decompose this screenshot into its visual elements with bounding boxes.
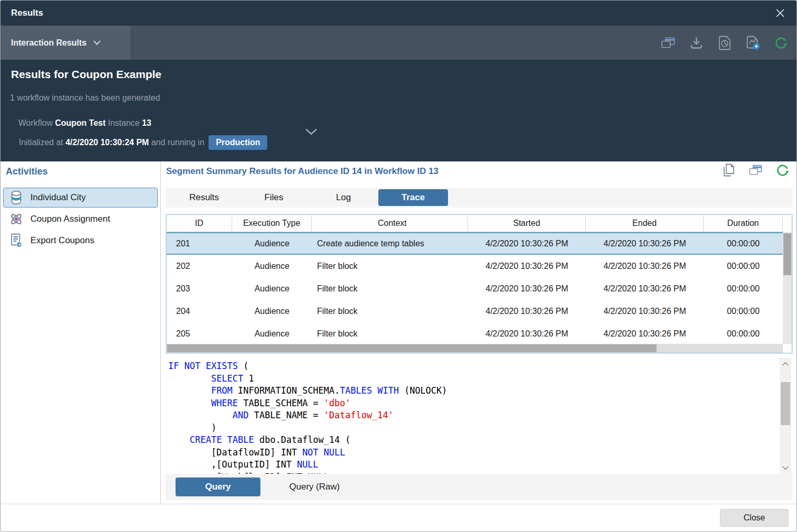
column-header-context[interactable]: Context <box>312 215 468 232</box>
query-tab-query-raw-[interactable]: Query (Raw) <box>289 482 340 492</box>
query-tab-query[interactable]: Query <box>176 477 260 496</box>
sidebar-item-label: Coupon Assignment <box>30 214 110 224</box>
close-icon[interactable] <box>771 5 789 21</box>
vertical-scroll-thumb[interactable] <box>783 233 791 275</box>
tab-files[interactable]: Files <box>239 189 309 206</box>
workflow-name: Coupon Test <box>55 118 106 127</box>
scroll-down-icon[interactable] <box>780 462 791 474</box>
scroll-up-icon[interactable] <box>780 358 791 370</box>
cell-id: 202 <box>167 262 232 271</box>
cell-id: 204 <box>167 307 232 316</box>
expand-workflow-chevron-icon[interactable] <box>304 128 318 138</box>
results-dialog: Results Interaction Results Results for … <box>0 0 797 532</box>
cell-duration: 00:00:00 <box>704 239 783 248</box>
cell-duration: 00:00:00 <box>704 262 783 271</box>
cascade-windows-icon[interactable] <box>660 35 676 51</box>
sql-vertical-scrollbar[interactable] <box>780 358 791 474</box>
database-icon <box>9 190 24 205</box>
table-row[interactable]: 202AudienceFilter block4/2/2020 10:30:26… <box>167 255 783 277</box>
tab-log[interactable]: Log <box>309 189 378 206</box>
cell-ended: 4/2/2020 10:30:26 PM <box>586 239 704 248</box>
refresh-icon[interactable] <box>776 163 790 178</box>
sidebar-item-individual-city[interactable]: Individual City <box>3 188 158 208</box>
workflow-info-line: Workflow Coupon Test Instance 13 <box>18 118 151 128</box>
instance-label: Instance <box>108 118 139 127</box>
content-area: Activities Individual CityCoupon Assignm… <box>1 161 796 504</box>
close-button[interactable]: Close <box>720 509 789 527</box>
column-header-ended[interactable]: Ended <box>586 215 704 232</box>
horizontal-scroll-thumb[interactable] <box>167 344 657 352</box>
refresh-icon[interactable] <box>773 35 789 51</box>
cell-execution-type: Audience <box>232 262 312 271</box>
sql-line: IF NOT EXISTS ( <box>168 360 447 373</box>
sql-line: ) <box>168 422 447 435</box>
sidebar-item-label: Export Coupons <box>30 235 94 246</box>
cell-execution-type: Audience <box>232 284 312 294</box>
export-report-icon[interactable] <box>745 35 761 51</box>
sql-line: AND TABLE_NAME = 'Dataflow_14' <box>168 409 447 422</box>
segment-summary-title: Segment Summary Results for Audience ID … <box>166 166 439 177</box>
initialized-info-line: Initialized at 4/2/2020 10:30:24 PM and … <box>19 135 267 150</box>
cell-context: Filter block <box>312 307 468 316</box>
sql-line: ,[OutputID] INT NULL <box>168 459 447 471</box>
tab-trace[interactable]: Trace <box>378 189 448 206</box>
table-body: 201AudienceCreate audience temp tables4/… <box>167 232 783 345</box>
activities-title: Activities <box>6 166 48 177</box>
download-icon[interactable] <box>689 35 704 51</box>
cell-context: Filter block <box>312 262 468 271</box>
table-horizontal-scrollbar[interactable] <box>167 344 783 353</box>
running-in-label: and running in <box>151 138 204 147</box>
cell-id: 201 <box>167 239 232 248</box>
table-row[interactable]: 205AudienceFilter block4/2/2020 10:30:26… <box>167 322 783 345</box>
initialized-label: Initialized at <box>19 138 63 147</box>
window-title: Results <box>11 8 43 18</box>
table-vertical-scrollbar[interactable] <box>783 232 792 344</box>
view-selector-label: Interaction Results <box>11 38 86 48</box>
sql-line: WHERE TABLE_SCHEMA = 'dbo' <box>168 397 447 410</box>
query-tabs: QueryQuery (Raw) <box>165 474 793 500</box>
workflow-label: Workflow <box>18 118 53 127</box>
title-bar: Results <box>1 1 796 26</box>
column-header-execution-type[interactable]: Execution Type <box>232 215 312 232</box>
open-window-icon[interactable] <box>748 163 763 178</box>
view-selector-dropdown[interactable]: Interaction Results <box>1 26 130 60</box>
sql-scroll-thumb[interactable] <box>781 382 790 425</box>
atom-icon <box>9 212 24 226</box>
cell-execution-type: Audience <box>232 239 312 248</box>
column-header-started[interactable]: Started <box>468 215 586 232</box>
environment-badge: Production <box>209 135 267 150</box>
cell-started: 4/2/2020 10:30:26 PM <box>468 329 586 339</box>
trace-table: IDExecution TypeContextStartedEndedDurat… <box>166 214 792 353</box>
sql-line: FROM INFORMATION_SCHEMA.TABLES WITH (NOL… <box>168 385 447 397</box>
query-preview-panel: IF NOT EXISTS ( SELECT 1 FROM INFORMATIO… <box>166 358 792 474</box>
main-panel: Segment Summary Results for Audience ID … <box>161 161 797 504</box>
sql-query-text: IF NOT EXISTS ( SELECT 1 FROM INFORMATIO… <box>168 360 447 474</box>
sidebar-item-coupon-assignment[interactable]: Coupon Assignment <box>3 209 158 229</box>
cell-duration: 00:00:00 <box>704 307 783 316</box>
copy-icon[interactable] <box>721 163 736 178</box>
sql-line: SELECT 1 <box>168 373 447 385</box>
toolbar: Interaction Results <box>1 26 796 60</box>
column-header-duration[interactable]: Duration <box>704 215 783 232</box>
sidebar-item-export-coupons[interactable]: Export Coupons <box>3 231 158 251</box>
cell-context: Create audience temp tables <box>312 239 468 248</box>
panel-icon-group <box>721 163 790 178</box>
column-header-id[interactable]: ID <box>167 215 232 232</box>
cell-context: Filter block <box>312 284 468 294</box>
tab-results[interactable]: Results <box>169 189 239 206</box>
table-row[interactable]: 204AudienceFilter block4/2/2020 10:30:26… <box>167 300 783 322</box>
cell-started: 4/2/2020 10:30:26 PM <box>468 284 586 294</box>
cell-execution-type: Audience <box>232 329 312 339</box>
initialized-time: 4/2/2020 10:30:24 PM <box>65 138 149 147</box>
cell-duration: 00:00:00 <box>704 329 783 339</box>
activities-list: Individual CityCoupon AssignmentExport C… <box>1 188 160 252</box>
instance-number: 13 <box>142 118 151 127</box>
sidebar-item-label: Individual City <box>30 192 86 203</box>
report-document-icon[interactable] <box>717 35 733 51</box>
table-row[interactable]: 201AudienceCreate audience temp tables4/… <box>167 232 783 255</box>
result-tabs: ResultsFilesLogTrace <box>165 188 793 208</box>
cell-ended: 4/2/2020 10:30:26 PM <box>586 307 704 316</box>
table-row[interactable]: 203AudienceFilter block4/2/2020 10:30:26… <box>167 277 783 300</box>
cell-ended: 4/2/2020 10:30:26 PM <box>586 329 704 339</box>
cell-id: 203 <box>167 284 232 294</box>
